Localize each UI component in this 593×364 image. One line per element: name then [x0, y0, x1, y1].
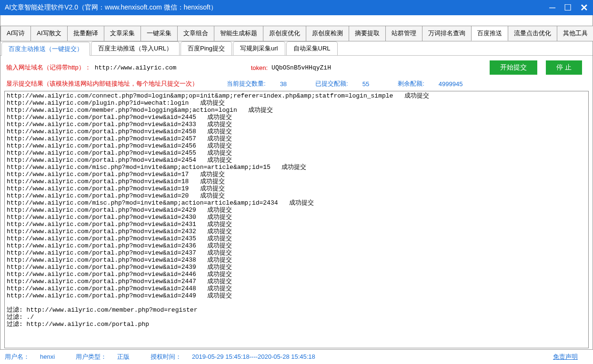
sub-tab-3[interactable]: 写规则采集url [233, 41, 285, 55]
main-tab-9[interactable]: 摘要提取 [349, 26, 386, 41]
log-panel[interactable]: http://www.ailyric.com/connect.php?mod=l… [4, 91, 589, 348]
main-tab-0[interactable]: AI写诗 [0, 26, 31, 41]
window-title: AI文章智能处理软件V2.0（官网：www.henxisoft.com 微信：h… [5, 3, 549, 12]
main-tabs: AI写诗AI写散文批量翻译文章采集一键采集文章组合智能生成标题原创度优化原创度检… [0, 26, 593, 41]
main-tab-2[interactable]: 批量翻译 [67, 26, 104, 41]
url-label: 输入网址域名（记得带http）： [6, 63, 91, 72]
sub-tabs: 百度主动推送（一键提交）百度主动推送（导入URL）百度Ping提交写规则采集ur… [0, 41, 593, 56]
main-tab-11[interactable]: 万词排名查询 [422, 26, 472, 41]
sub-tab-2[interactable]: 百度Ping提交 [181, 41, 232, 55]
token-label: token: [251, 64, 268, 71]
disclaimer-link[interactable]: 免责声明 [553, 353, 578, 361]
remain-quota-value: 4999945 [439, 80, 463, 88]
main-tab-4[interactable]: 一键采集 [141, 26, 178, 41]
token-input[interactable] [271, 64, 348, 71]
url-input[interactable] [95, 64, 209, 71]
current-count-label: 当前提交数量: [227, 79, 266, 88]
main-tab-3[interactable]: 文章采集 [104, 26, 141, 41]
username-field: 用户名：henxi [5, 353, 65, 361]
main-tab-5[interactable]: 文章组合 [177, 26, 214, 41]
main-tab-14[interactable]: 其他工具 [557, 26, 593, 41]
stop-button[interactable]: 停 止 [546, 60, 582, 75]
main-tab-6[interactable]: 智能生成标题 [214, 26, 263, 41]
titlebar: AI文章智能处理软件V2.0（官网：www.henxisoft.com 微信：h… [0, 0, 593, 15]
input-row: 输入网址域名（记得带http）： token: 开始提交 停 止 [0, 56, 593, 78]
status-row: 显示提交结果（该模块推送网站内部链接地址，每个地址只提交一次） 当前提交数量: … [0, 78, 593, 90]
footer: 用户名：henxi 用户类型：正版 授权时间：2019-05-29 15:45:… [0, 349, 593, 364]
submitted-quota-label: 已提交配额: [315, 79, 348, 88]
main-tab-13[interactable]: 流量点击优化 [508, 26, 557, 41]
window-controls: ─ ☐ ✕ [549, 3, 588, 12]
sub-tab-4[interactable]: 自动采集URL [286, 41, 338, 55]
remain-quota-label: 剩余配额: [398, 79, 424, 88]
usertype-field: 用户类型：正版 [76, 353, 140, 361]
main-tab-10[interactable]: 站群管理 [385, 26, 422, 41]
main-tab-12[interactable]: 百度推送 [471, 26, 508, 41]
maximize-icon[interactable]: ☐ [564, 3, 572, 12]
main-tab-8[interactable]: 原创度检测 [306, 26, 349, 41]
current-count-value: 38 [280, 80, 287, 88]
submitted-quota-value: 55 [362, 80, 369, 88]
minimize-icon[interactable]: ─ [549, 3, 555, 12]
sub-tab-0[interactable]: 百度主动推送（一键提交） [1, 42, 90, 56]
main-tab-7[interactable]: 原创度优化 [263, 26, 306, 41]
authtime-field: 授权时间：2019-05-29 15:45:18----2020-05-28 1… [151, 353, 326, 361]
main-tab-1[interactable]: AI写散文 [30, 26, 67, 41]
start-submit-button[interactable]: 开始提交 [490, 60, 537, 75]
sub-tab-1[interactable]: 百度主动推送（导入URL） [91, 41, 180, 55]
result-label: 显示提交结果（该模块推送网站内部链接地址，每个地址只提交一次） [6, 79, 198, 88]
close-icon[interactable]: ✕ [580, 3, 588, 12]
